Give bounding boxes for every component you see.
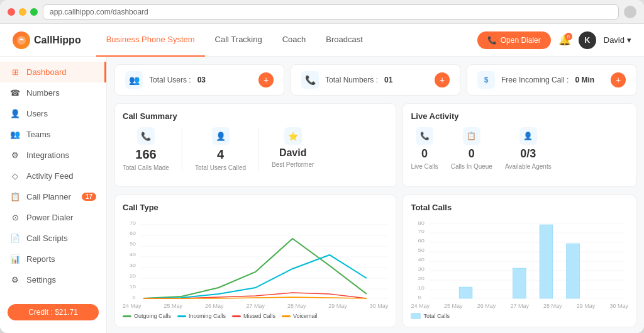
sidebar-item-users[interactable]: 👤 Users xyxy=(0,103,106,124)
metric-total-calls-value: 166 xyxy=(135,147,156,162)
svg-text:30: 30 xyxy=(418,266,425,272)
activity-icon: ◇ xyxy=(10,171,20,181)
svg-text:70: 70 xyxy=(130,220,136,225)
users-called-icon: 👤 xyxy=(212,127,230,145)
tl-red[interactable] xyxy=(8,8,15,16)
logo: CallHippo xyxy=(13,31,81,49)
live-calls-metric: 📞 0 Live Calls xyxy=(411,127,438,170)
total-calls-legend: Total Calls xyxy=(411,313,628,319)
svg-text:60: 60 xyxy=(130,230,136,235)
dashboard-icon: ⊞ xyxy=(10,67,20,77)
top-nav: CallHippo Business Phone System Call Tra… xyxy=(0,24,644,57)
add-numbers-button[interactable]: + xyxy=(435,72,450,87)
calls-in-queue-icon: 📋 xyxy=(463,127,480,145)
sidebar-item-activity[interactable]: ◇ Activity Feed xyxy=(0,166,106,186)
svg-rect-38 xyxy=(513,268,526,298)
sidebar-item-call-planner[interactable]: 📋 Call Planner 17 xyxy=(0,186,106,207)
nav-links: Business Phone System Call Tracking Coac… xyxy=(96,24,477,57)
call-type-legend: Outgoing Calls Incoming Calls Missed Cal… xyxy=(123,313,388,319)
live-activity-title: Live Activity xyxy=(411,111,628,121)
browser-control xyxy=(624,6,636,18)
sidebar-item-integrations[interactable]: ⚙ Integrations xyxy=(0,145,106,166)
traffic-lights xyxy=(8,8,38,16)
stats-row: 👥 Total Users : 03 + 📞 Total Numbers : 0… xyxy=(114,64,636,96)
legend-missed: Missed Calls xyxy=(232,313,275,319)
tl-green[interactable] xyxy=(30,8,38,16)
available-agents-value: 0/3 xyxy=(520,147,536,161)
svg-text:40: 40 xyxy=(130,251,136,257)
integrations-icon: ⚙ xyxy=(10,150,20,160)
total-calls-chart: 0 10 20 30 40 50 60 70 80 xyxy=(411,218,628,309)
reports-icon: 📊 xyxy=(10,254,20,264)
svg-rect-36 xyxy=(460,287,473,298)
svg-text:0: 0 xyxy=(133,294,136,300)
sidebar-item-reports[interactable]: 📊 Reports xyxy=(0,249,106,269)
power-dialer-icon: ⊙ xyxy=(10,213,20,222)
svg-text:20: 20 xyxy=(418,276,425,281)
sidebar-item-call-scripts[interactable]: 📄 Call Scripts xyxy=(0,228,106,249)
dashboard: 👥 Total Users : 03 + 📞 Total Numbers : 0… xyxy=(107,57,644,333)
stat-total-numbers: 📞 Total Numbers : 01 + xyxy=(291,64,460,96)
total-numbers-icon: 📞 xyxy=(301,71,319,89)
total-calls-icon: 📞 xyxy=(137,127,155,145)
call-type-panel: Call Type 0 10 20 30 40 50 60 xyxy=(114,195,396,327)
svg-text:10: 10 xyxy=(418,285,425,291)
incoming-legend-dot xyxy=(177,315,186,317)
add-incoming-button[interactable]: + xyxy=(611,72,626,87)
sidebar-item-dashboard[interactable]: ⊞ Dashboard xyxy=(0,62,106,82)
svg-text:70: 70 xyxy=(418,229,425,234)
total-calls-legend-dot xyxy=(411,313,421,319)
main-content: ⊞ Dashboard ☎ Numbers 👤 Users 👥 Teams ⚙ xyxy=(0,57,644,333)
open-dialer-button[interactable]: 📞 Open Dialer xyxy=(477,31,551,49)
nav-call-tracking[interactable]: Call Tracking xyxy=(205,24,272,57)
divider xyxy=(258,127,259,171)
numbers-icon: ☎ xyxy=(10,88,20,98)
sidebar-item-settings[interactable]: ⚙ Settings xyxy=(0,269,106,290)
voicemail-legend-dot xyxy=(282,315,291,317)
phone-icon: 📞 xyxy=(487,36,497,45)
nav-coach[interactable]: Coach xyxy=(272,24,316,57)
live-activity-panel: Live Activity 📞 0 Live Calls 📋 0 Calls I… xyxy=(402,103,636,187)
nav-business-phone[interactable]: Business Phone System xyxy=(96,24,205,57)
outgoing-legend-dot xyxy=(123,315,131,317)
call-summary-panel: Call Summary 📞 166 Total Calls Made 👤 4 xyxy=(114,103,396,187)
stat-total-users-label: Total Users : xyxy=(149,76,191,84)
sidebar-item-numbers[interactable]: ☎ Numbers xyxy=(0,82,106,103)
free-incoming-icon: $ xyxy=(477,71,495,89)
tl-yellow[interactable] xyxy=(19,8,26,16)
address-bar[interactable]: app.callhippo.com/dashboard xyxy=(43,4,619,20)
svg-text:10: 10 xyxy=(130,283,136,289)
teams-icon: 👥 xyxy=(10,130,20,139)
svg-rect-40 xyxy=(567,244,580,298)
logo-icon xyxy=(13,31,30,49)
calls-in-queue-metric: 📋 0 Calls In Queue xyxy=(451,127,492,170)
live-metrics: 📞 0 Live Calls 📋 0 Calls In Queue 👤 xyxy=(411,127,628,170)
missed-legend-dot xyxy=(232,315,241,317)
legend-incoming: Incoming Calls xyxy=(177,313,226,319)
credit-button[interactable]: Credit : $21.71 xyxy=(8,304,99,320)
metric-total-calls: 📞 166 Total Calls Made xyxy=(123,127,169,171)
logo-text: CallHippo xyxy=(34,35,81,46)
app: CallHippo Business Phone System Call Tra… xyxy=(0,24,644,333)
charts-row: Call Type 0 10 20 30 40 50 60 xyxy=(114,195,636,327)
svg-text:40: 40 xyxy=(418,257,425,262)
metric-best-performer: ⭐ David Best Performer xyxy=(272,127,314,171)
stat-free-incoming-value: 0 Min xyxy=(575,76,594,84)
user-menu[interactable]: David ▾ xyxy=(604,35,631,45)
total-users-icon: 👥 xyxy=(125,71,143,89)
total-calls-x-labels: 24 May25 May26 May27 May28 May29 May30 M… xyxy=(411,303,628,309)
sidebar-item-teams[interactable]: 👥 Teams xyxy=(0,124,106,145)
sidebar: ⊞ Dashboard ☎ Numbers 👤 Users 👥 Teams ⚙ xyxy=(0,57,107,333)
add-users-button[interactable]: + xyxy=(258,72,274,87)
users-icon: 👤 xyxy=(10,109,20,118)
calls-in-queue-label: Calls In Queue xyxy=(451,163,492,170)
browser-bar: app.callhippo.com/dashboard xyxy=(0,0,644,24)
live-calls-value: 0 xyxy=(421,147,428,161)
summary-panels: Call Summary 📞 166 Total Calls Made 👤 4 xyxy=(114,103,636,187)
metric-users-called-label: Total Users Called xyxy=(195,164,246,171)
notification-bell[interactable]: 🔔 0 xyxy=(558,34,571,46)
legend-outgoing: Outgoing Calls xyxy=(123,313,171,319)
nav-broadcast[interactable]: Broadcast xyxy=(316,24,373,57)
metric-best-performer-label: Best Performer xyxy=(272,161,314,168)
sidebar-item-power-dialer[interactable]: ⊙ Power Dialer xyxy=(0,207,106,228)
